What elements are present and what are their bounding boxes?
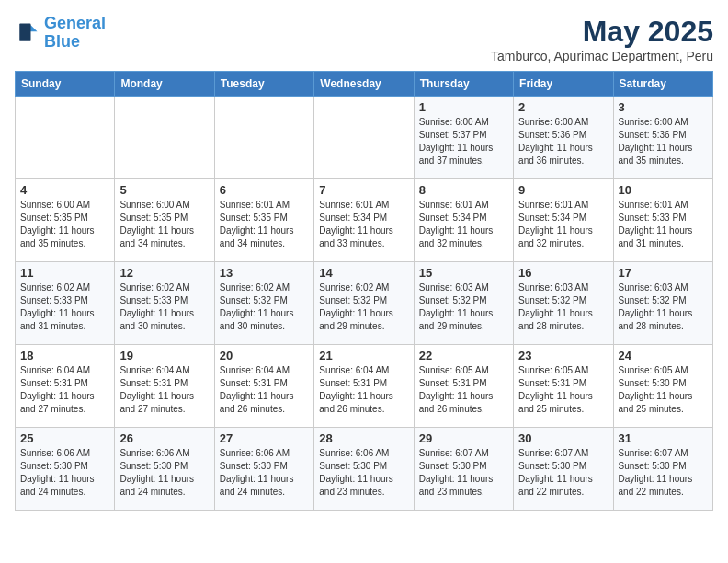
- day-info: Sunrise: 6:03 AMSunset: 5:32 PMDaylight:…: [419, 282, 508, 333]
- calendar-cell: 1Sunrise: 6:00 AMSunset: 5:37 PMDaylight…: [414, 97, 513, 179]
- day-info: Sunrise: 6:03 AMSunset: 5:32 PMDaylight:…: [518, 282, 608, 333]
- day-number: 6: [220, 183, 309, 197]
- calendar-table: SundayMondayTuesdayWednesdayThursdayFrid…: [15, 71, 713, 511]
- title-block: May 2025 Tamburco, Apurimac Department, …: [491, 15, 713, 63]
- day-info: Sunrise: 6:01 AMSunset: 5:33 PMDaylight:…: [619, 199, 708, 250]
- day-info: Sunrise: 6:02 AMSunset: 5:33 PMDaylight:…: [20, 282, 109, 333]
- calendar-cell: 25Sunrise: 6:06 AMSunset: 5:30 PMDayligh…: [16, 428, 115, 511]
- day-number: 10: [619, 183, 708, 197]
- day-info: Sunrise: 6:06 AMSunset: 5:30 PMDaylight:…: [220, 447, 309, 499]
- calendar-cell: 20Sunrise: 6:04 AMSunset: 5:31 PMDayligh…: [214, 345, 313, 428]
- day-number: 30: [518, 431, 608, 445]
- day-info: Sunrise: 6:07 AMSunset: 5:30 PMDaylight:…: [619, 447, 708, 499]
- day-info: Sunrise: 6:00 AMSunset: 5:35 PMDaylight:…: [119, 199, 209, 250]
- calendar-cell: 5Sunrise: 6:00 AMSunset: 5:35 PMDaylight…: [115, 179, 214, 262]
- day-info: Sunrise: 6:01 AMSunset: 5:34 PMDaylight:…: [518, 199, 608, 250]
- day-info: Sunrise: 6:02 AMSunset: 5:32 PMDaylight:…: [319, 282, 408, 333]
- logo-text: General Blue: [44, 15, 106, 52]
- day-info: Sunrise: 6:05 AMSunset: 5:31 PMDaylight:…: [518, 364, 608, 416]
- day-info: Sunrise: 6:04 AMSunset: 5:31 PMDaylight:…: [20, 364, 109, 416]
- day-number: 4: [20, 183, 109, 197]
- calendar-cell: 14Sunrise: 6:02 AMSunset: 5:32 PMDayligh…: [314, 262, 414, 345]
- day-header-sunday: Sunday: [16, 72, 115, 97]
- day-number: 3: [619, 100, 708, 114]
- calendar-cell: 21Sunrise: 6:04 AMSunset: 5:31 PMDayligh…: [314, 345, 414, 428]
- day-info: Sunrise: 6:04 AMSunset: 5:31 PMDaylight:…: [319, 364, 408, 416]
- day-number: 20: [220, 349, 309, 362]
- calendar-cell: [214, 97, 313, 179]
- day-number: 16: [518, 266, 608, 280]
- day-info: Sunrise: 6:03 AMSunset: 5:32 PMDaylight:…: [619, 282, 708, 333]
- calendar-cell: 29Sunrise: 6:07 AMSunset: 5:30 PMDayligh…: [414, 428, 513, 511]
- day-header-saturday: Saturday: [613, 72, 712, 97]
- calendar-cell: 30Sunrise: 6:07 AMSunset: 5:30 PMDayligh…: [514, 428, 613, 511]
- calendar-cell: 8Sunrise: 6:01 AMSunset: 5:34 PMDaylight…: [414, 179, 513, 262]
- location-title: Tamburco, Apurimac Department, Peru: [491, 49, 713, 63]
- calendar-cell: 18Sunrise: 6:04 AMSunset: 5:31 PMDayligh…: [16, 345, 115, 428]
- day-number: 2: [518, 100, 608, 114]
- day-info: Sunrise: 6:05 AMSunset: 5:31 PMDaylight:…: [419, 364, 508, 416]
- day-number: 13: [220, 266, 309, 280]
- calendar-cell: 6Sunrise: 6:01 AMSunset: 5:35 PMDaylight…: [214, 179, 313, 262]
- day-info: Sunrise: 6:02 AMSunset: 5:33 PMDaylight:…: [119, 282, 209, 333]
- day-number: 21: [319, 349, 408, 362]
- day-info: Sunrise: 6:05 AMSunset: 5:30 PMDaylight:…: [619, 364, 708, 416]
- day-info: Sunrise: 6:00 AMSunset: 5:35 PMDaylight:…: [20, 199, 109, 250]
- day-info: Sunrise: 6:02 AMSunset: 5:32 PMDaylight:…: [220, 282, 309, 333]
- calendar-cell: 26Sunrise: 6:06 AMSunset: 5:30 PMDayligh…: [115, 428, 214, 511]
- day-number: 8: [419, 183, 508, 197]
- calendar-cell: 4Sunrise: 6:00 AMSunset: 5:35 PMDaylight…: [16, 179, 115, 262]
- day-info: Sunrise: 6:06 AMSunset: 5:30 PMDaylight:…: [119, 447, 209, 499]
- calendar-cell: 13Sunrise: 6:02 AMSunset: 5:32 PMDayligh…: [214, 262, 313, 345]
- day-number: 15: [419, 266, 508, 280]
- day-number: 25: [20, 431, 109, 445]
- day-number: 9: [518, 183, 608, 197]
- day-header-friday: Friday: [514, 72, 613, 97]
- calendar-cell: 2Sunrise: 6:00 AMSunset: 5:36 PMDaylight…: [514, 97, 613, 179]
- day-number: 7: [319, 183, 408, 197]
- calendar-cell: 24Sunrise: 6:05 AMSunset: 5:30 PMDayligh…: [613, 345, 712, 428]
- day-number: 12: [119, 266, 209, 280]
- logo-icon: [15, 20, 40, 46]
- day-number: 23: [518, 349, 608, 362]
- day-info: Sunrise: 6:07 AMSunset: 5:30 PMDaylight:…: [518, 447, 608, 499]
- day-number: 11: [20, 266, 109, 280]
- day-info: Sunrise: 6:01 AMSunset: 5:34 PMDaylight:…: [419, 199, 508, 250]
- day-number: 18: [20, 349, 109, 362]
- day-info: Sunrise: 6:04 AMSunset: 5:31 PMDaylight:…: [119, 364, 209, 416]
- day-header-tuesday: Tuesday: [214, 72, 313, 97]
- calendar-cell: 3Sunrise: 6:00 AMSunset: 5:36 PMDaylight…: [613, 97, 712, 179]
- calendar-cell: 17Sunrise: 6:03 AMSunset: 5:32 PMDayligh…: [613, 262, 712, 345]
- svg-rect-1: [19, 23, 30, 40]
- calendar-cell: 7Sunrise: 6:01 AMSunset: 5:34 PMDaylight…: [314, 179, 414, 262]
- calendar-cell: 23Sunrise: 6:05 AMSunset: 5:31 PMDayligh…: [514, 345, 613, 428]
- day-number: 28: [319, 431, 408, 445]
- calendar-cell: [16, 97, 115, 179]
- day-number: 29: [419, 431, 508, 445]
- day-number: 1: [419, 100, 508, 114]
- calendar-cell: [314, 97, 414, 179]
- day-number: 22: [419, 349, 508, 362]
- day-info: Sunrise: 6:01 AMSunset: 5:34 PMDaylight:…: [319, 199, 408, 250]
- day-number: 27: [220, 431, 309, 445]
- day-header-thursday: Thursday: [414, 72, 513, 97]
- day-header-monday: Monday: [115, 72, 214, 97]
- day-number: 31: [619, 431, 708, 445]
- calendar-cell: 16Sunrise: 6:03 AMSunset: 5:32 PMDayligh…: [514, 262, 613, 345]
- day-number: 17: [619, 266, 708, 280]
- calendar-cell: 9Sunrise: 6:01 AMSunset: 5:34 PMDaylight…: [514, 179, 613, 262]
- day-header-wednesday: Wednesday: [314, 72, 414, 97]
- month-title: May 2025: [491, 15, 713, 49]
- calendar-cell: [115, 97, 214, 179]
- day-number: 5: [119, 183, 209, 197]
- calendar-cell: 28Sunrise: 6:06 AMSunset: 5:30 PMDayligh…: [314, 428, 414, 511]
- day-number: 14: [319, 266, 408, 280]
- day-number: 19: [119, 349, 209, 362]
- logo: General Blue: [15, 15, 106, 52]
- calendar-cell: 31Sunrise: 6:07 AMSunset: 5:30 PMDayligh…: [613, 428, 712, 511]
- day-info: Sunrise: 6:06 AMSunset: 5:30 PMDaylight:…: [319, 447, 408, 499]
- calendar-cell: 11Sunrise: 6:02 AMSunset: 5:33 PMDayligh…: [16, 262, 115, 345]
- day-info: Sunrise: 6:01 AMSunset: 5:35 PMDaylight:…: [220, 199, 309, 250]
- day-info: Sunrise: 6:06 AMSunset: 5:30 PMDaylight:…: [20, 447, 109, 499]
- page-header: General Blue May 2025 Tamburco, Apurimac…: [15, 15, 713, 63]
